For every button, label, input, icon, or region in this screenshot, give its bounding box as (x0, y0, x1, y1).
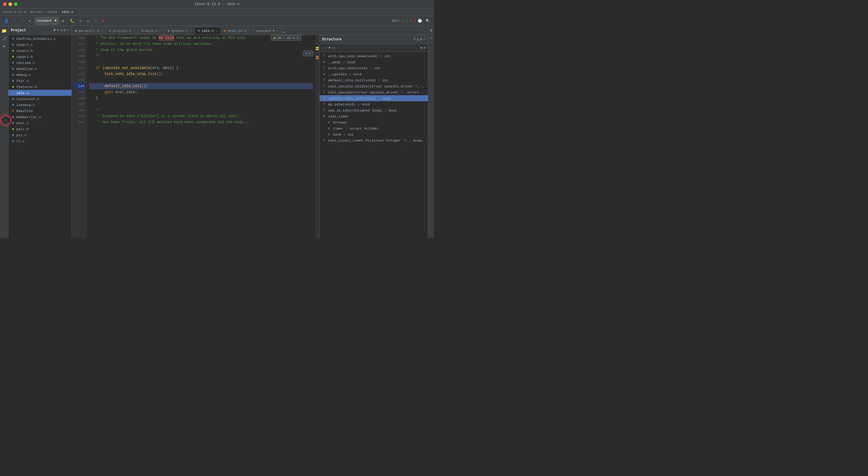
collapse-icon2[interactable]: ⊟ (424, 46, 426, 50)
minimize-button[interactable] (8, 2, 12, 6)
tab-overflow[interactable]: ⋯ (283, 30, 285, 35)
close-button[interactable] (3, 2, 7, 6)
file-item-selected[interactable]: ■ idle.c (8, 90, 71, 96)
struct-item-indent[interactable]: s hrtimer (320, 119, 428, 125)
alpha-sort-icon[interactable]: Nz (332, 46, 336, 50)
tab-head64[interactable]: ■ head64.c ✕ (165, 27, 195, 35)
struct-item-indent[interactable]: v timer : struct hrtimer (320, 125, 428, 131)
file-item[interactable]: ■ cputime.c (8, 60, 71, 66)
tab-dropdown-icon[interactable]: ▼ (273, 29, 275, 33)
file-item[interactable]: ■ fair.c (8, 78, 71, 84)
file-item[interactable]: ■ cpupri.h (8, 54, 71, 60)
tab-close-icon[interactable]: ✕ (190, 29, 191, 33)
search-button[interactable]: 🔍 (424, 17, 432, 25)
sort-alpha-icon[interactable]: ≡ (413, 37, 415, 42)
sort-icon[interactable]: ⇅ (60, 28, 62, 33)
breadcrumb-item-kernel[interactable]: kernel (31, 10, 43, 14)
debug-run-button[interactable]: 🐛 (68, 17, 76, 25)
struct-item-indent[interactable]: v done : int (320, 131, 428, 137)
file-item[interactable]: ■ isolation.c (8, 96, 71, 102)
file-item[interactable]: ■ features.h (8, 84, 71, 90)
right-icon-structure[interactable]: ≡ (428, 34, 434, 42)
breadcrumb-item-project[interactable]: linux-5.13.8 (2, 10, 26, 14)
struct-item[interactable]: f arch_cpu_idle_dead(void) : int (320, 53, 428, 59)
scrollbar-gutter[interactable] (315, 35, 319, 238)
collapse-all-icon[interactable]: ≡ (57, 28, 59, 33)
collapse-icon[interactable]: ∨ (297, 36, 299, 40)
file-item[interactable]: ■ loadavg.c (8, 102, 71, 108)
tab-close-icon[interactable]: ✕ (159, 29, 161, 33)
code-content[interactable]: * The RCU framework needs to be told tha… (87, 35, 315, 238)
profile-button[interactable]: ◎ (85, 17, 91, 25)
redo-btn[interactable]: → (20, 17, 25, 25)
struct-item[interactable]: v __cpuidle : void (320, 71, 428, 77)
struct-item[interactable]: f default_idle_call(void) : int (320, 77, 428, 83)
struct-item[interactable]: f cpu_in_idle(unsigned long) : bool (320, 107, 428, 113)
breadcrumb: linux-5.13.8 › kernel › sched › idle.c (0, 8, 434, 16)
hide-icon[interactable]: — (424, 37, 426, 42)
file-item[interactable]: M Makefile (8, 108, 71, 114)
coverage-button[interactable]: ⊙ (78, 17, 84, 25)
tab-close-icon[interactable]: ✕ (248, 29, 250, 33)
settings-icon[interactable]: ⚙ (64, 28, 66, 33)
file-item[interactable]: ■ cpupri.h (8, 47, 71, 54)
tab-idle[interactable]: ■ idle.c ✕ (195, 27, 221, 35)
file-item[interactable]: ■ pelt.c (8, 120, 71, 126)
window-controls[interactable] (3, 2, 18, 6)
filter-icon[interactable]: ⚙ (420, 37, 422, 42)
title-bar: linux-5.13.8 – idle.c (0, 0, 434, 8)
tab-process[interactable]: ■ process.c ✕ (106, 27, 138, 35)
struct-item-selected[interactable]: f cpuidle_idle_call(void) : void (320, 95, 428, 101)
settings-btn[interactable]: ⚙ (27, 17, 33, 25)
tab-paravirt[interactable]: ■ paravirt.h ✕ (72, 27, 106, 35)
memory-button[interactable]: M (93, 17, 99, 25)
file-item[interactable]: ■ rt.c (8, 138, 71, 144)
tab-main[interactable]: ■ main.c ✕ (138, 27, 164, 35)
expand-icon[interactable]: ∧ (293, 36, 295, 40)
struct-item[interactable]: f arch_cpu_idle(void) : int (320, 65, 428, 71)
tab-close-icon[interactable]: ✕ (277, 29, 278, 33)
file-item[interactable]: ■ cpupri.c (8, 42, 71, 47)
sort-visibility-icon[interactable]: ⇅ (416, 37, 418, 42)
tab-unnamed[interactable]: Unnamed ▼ ✕ (253, 27, 282, 35)
run-button[interactable]: ▶ (61, 17, 66, 25)
expand-icon[interactable]: ⊞ (421, 46, 423, 50)
tab-close-icon[interactable]: ✕ (101, 29, 103, 33)
close-tooltip-icon[interactable]: ✕ (309, 52, 311, 56)
file-item[interactable]: ■ deadline.c (8, 66, 71, 72)
breadcrumb-item-file[interactable]: idle.c (62, 10, 73, 14)
file-item[interactable]: ■ pelt.h (8, 126, 71, 132)
breadcrumb-item-sched[interactable]: sched (47, 10, 57, 14)
stop-button[interactable]: ■ (100, 17, 106, 25)
tab-close-icon[interactable]: ✕ (216, 29, 217, 33)
file-icon: ■ (11, 97, 15, 101)
file-item[interactable]: ■ cpufreq_schedutil.c (8, 36, 71, 42)
code-line-highlighted: default_idle_call(); (89, 83, 313, 89)
file-icon: ■ (11, 85, 15, 89)
sidebar-item-project[interactable]: 📁 (1, 27, 8, 34)
struct-item[interactable]: f call_cpuidle(struct cpuidle_driver *, … (320, 89, 428, 95)
struct-item[interactable]: ▼ idle_timer (320, 113, 428, 119)
file-item[interactable]: ■ membarrier.c (8, 114, 71, 120)
struct-item[interactable]: f do_idle(void) : void (320, 101, 428, 107)
filter-btn[interactable]: ▼ (329, 46, 331, 50)
sidebar-item-git[interactable]: ⎇ (1, 35, 8, 42)
right-icon-db[interactable]: 🗄 (428, 27, 434, 34)
struct-item[interactable]: f call_cpuidle_s2idle(struct cpuidle_dri… (320, 83, 428, 89)
maximize-button[interactable] (14, 2, 18, 6)
tab-label: head64.c (171, 29, 188, 33)
sidebar-item-commit[interactable]: ● (1, 43, 8, 50)
tab-head64s[interactable]: ■ head_64.S ✕ (221, 27, 253, 35)
vcs-history-btn[interactable]: 👤 (2, 17, 10, 25)
run-config-dropdown[interactable]: Unnamed ▼ (35, 17, 59, 25)
hide-icon[interactable]: — (67, 28, 69, 33)
tab-close-icon[interactable]: ✕ (133, 29, 135, 33)
sort-down-icon[interactable]: ↓ (322, 46, 324, 50)
file-item[interactable]: ■ debug.c (8, 72, 71, 78)
struct-item-name: do_idle(void) : void (328, 102, 370, 106)
sort-up-icon[interactable]: ↑ (326, 46, 328, 50)
file-item[interactable]: ■ psi.c (8, 132, 71, 138)
struct-item[interactable]: v __weak : void (320, 59, 428, 65)
struct-item[interactable]: f idle_inject_timer_fn(struct hrtimer *)… (320, 137, 428, 143)
undo-btn[interactable]: ← (12, 17, 18, 25)
